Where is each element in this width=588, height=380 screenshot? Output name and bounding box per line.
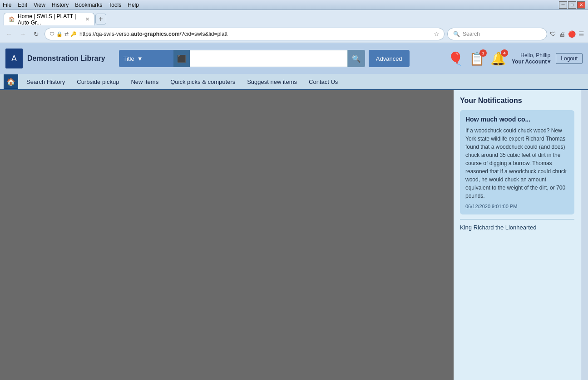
bell-badge: 4: [501, 49, 508, 57]
browser-search-label: Search: [463, 31, 480, 37]
logo-letter: A: [11, 54, 17, 63]
logout-button[interactable]: Logout: [556, 53, 583, 64]
nav-item-search-history[interactable]: Search History: [21, 73, 70, 90]
user-greeting: Hello, Phillip: [512, 52, 550, 58]
search-icon: 🔍: [453, 31, 460, 37]
user-info: Hello, Phillip Your Account ▾: [512, 52, 550, 65]
notification-timestamp: 06/12/2020 9:01:00 PM: [465, 204, 569, 209]
nav-item-new-items[interactable]: New items: [125, 73, 164, 90]
print-icon[interactable]: 🖨: [559, 30, 565, 38]
lock-icon: 🔒: [56, 31, 63, 37]
header-right: 🎈 📋 1 🔔 4 Hello, Phillip Your Account ▾ …: [448, 51, 583, 66]
balloon-button[interactable]: 🎈: [448, 51, 464, 66]
forward-button[interactable]: →: [17, 29, 28, 39]
refresh-button[interactable]: ↻: [31, 29, 42, 39]
search-type-dropdown[interactable]: Title ▼: [119, 50, 173, 67]
tab-label: Home | SWLS | PLATT | Auto-Gr...: [18, 13, 81, 26]
menu-tools[interactable]: Tools: [109, 2, 121, 8]
advanced-search-button[interactable]: Advanced: [369, 50, 410, 67]
url-text: https://qa-swls-verso.auto-graphics.com/…: [79, 31, 431, 37]
content-area: [0, 90, 454, 380]
menu-history[interactable]: History: [52, 2, 69, 8]
notification-card-body: If a woodchuck could chuck wood? New Yor…: [465, 127, 569, 200]
share-icon: ⇄: [64, 31, 69, 37]
checklist-button[interactable]: 📋 1: [469, 51, 485, 66]
url-path: /?cid=swls&lid=platt: [180, 31, 227, 37]
os-menu-bar: File Edit View History Bookmarks Tools H…: [3, 2, 139, 8]
search-button[interactable]: 🔍: [348, 50, 365, 67]
menu-bookmarks[interactable]: Bookmarks: [75, 2, 102, 8]
chevron-down-icon: ▼: [137, 55, 143, 62]
notification-card-1: How much wood co... If a woodchuck could…: [460, 110, 574, 214]
menu-file[interactable]: File: [3, 2, 11, 8]
browser-chrome: 🏠 Home | SWLS | PLATT | Auto-Gr... ✕ + ←…: [0, 10, 588, 43]
notification-bell-button[interactable]: 🔔 4: [490, 51, 506, 66]
checklist-badge: 1: [479, 49, 487, 57]
lock2-icon: 🔑: [70, 31, 77, 37]
search-type-label: Title: [124, 55, 134, 62]
account-label: Your Account: [512, 58, 547, 65]
scrollbar-track[interactable]: [581, 90, 588, 380]
tab-bar: 🏠 Home | SWLS | PLATT | Auto-Gr... ✕ +: [0, 10, 588, 25]
url-security-icons: 🛡 🔒 ⇄ 🔑: [49, 31, 77, 37]
pocket-icon[interactable]: 🛡: [550, 30, 556, 38]
menu-help[interactable]: Help: [128, 2, 139, 8]
close-button[interactable]: ✕: [577, 1, 585, 9]
bookmark-star-icon[interactable]: ☆: [434, 30, 440, 38]
url-normal: https://qa-swls-verso.: [79, 31, 131, 37]
search-bar: Title ▼ ⬛ 🔍 Advanced: [119, 50, 410, 67]
notifications-sidebar: Your Notifications How much wood co... I…: [454, 90, 581, 380]
app-title: Demonstration Library: [27, 54, 105, 63]
nav-bar: 🏠 Search History Curbside pickup New ite…: [0, 74, 588, 90]
search-database-icon[interactable]: ⬛: [173, 50, 190, 67]
account-chevron-icon: ▾: [548, 58, 550, 65]
nav-item-suggest-new-items[interactable]: Suggest new items: [242, 73, 302, 90]
browser-search-bar[interactable]: 🔍 Search: [447, 28, 547, 40]
ublock-icon[interactable]: 🔴: [568, 30, 576, 38]
shield-icon: 🛡: [49, 31, 54, 37]
main-content: Your Notifications How much wood co... I…: [0, 90, 588, 380]
url-domain: auto-graphics.com: [131, 31, 179, 37]
tab-close-button[interactable]: ✕: [85, 16, 89, 22]
balloon-icon: 🎈: [448, 51, 464, 66]
window-controls: ─ □ ✕: [559, 1, 585, 9]
home-icon: 🏠: [6, 78, 15, 86]
menu-edit[interactable]: Edit: [18, 2, 27, 8]
nav-item-curbside-pickup[interactable]: Curbside pickup: [71, 73, 124, 90]
nav-item-quick-picks[interactable]: Quick picks & computers: [165, 73, 241, 90]
notification-secondary-item[interactable]: King Richard the Lionhearted: [460, 224, 574, 231]
notification-card-title: How much wood co...: [465, 116, 569, 123]
back-button[interactable]: ←: [4, 29, 15, 39]
app-logo: A: [5, 49, 23, 68]
browser-tab[interactable]: 🏠 Home | SWLS | PLATT | Auto-Gr... ✕: [4, 13, 94, 25]
menu-view[interactable]: View: [34, 2, 45, 8]
minimize-button[interactable]: ─: [559, 1, 567, 9]
home-nav-button[interactable]: 🏠: [4, 74, 18, 89]
tab-favicon: 🏠: [9, 16, 15, 22]
notifications-title: Your Notifications: [460, 97, 574, 105]
maximize-button[interactable]: □: [568, 1, 576, 9]
new-tab-button[interactable]: +: [95, 14, 106, 24]
nav-item-contact-us[interactable]: Contact Us: [303, 73, 343, 90]
address-bar: ← → ↻ 🛡 🔒 ⇄ 🔑 https://qa-swls-verso.auto…: [0, 25, 588, 43]
browser-toolbar-icons: 🛡 🖨 🔴 ☰: [550, 30, 584, 38]
notification-divider: [460, 219, 574, 219]
os-titlebar: File Edit View History Bookmarks Tools H…: [0, 0, 588, 10]
app-header: A Demonstration Library Title ▼ ⬛ 🔍 Adva…: [0, 43, 588, 74]
url-bar[interactable]: 🛡 🔒 ⇄ 🔑 https://qa-swls-verso.auto-graph…: [44, 28, 445, 40]
hamburger-menu-icon[interactable]: ☰: [578, 30, 584, 38]
account-dropdown[interactable]: Your Account ▾: [512, 58, 550, 65]
search-input[interactable]: [190, 50, 348, 67]
